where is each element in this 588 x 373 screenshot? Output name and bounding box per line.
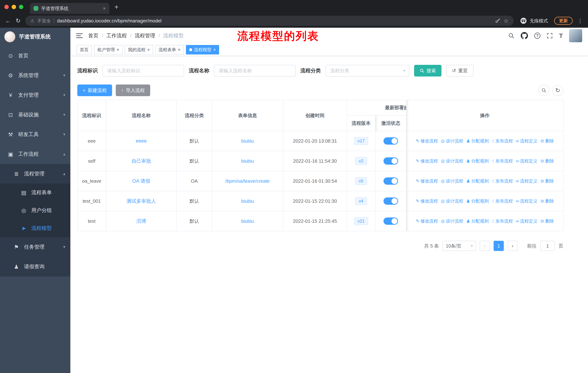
- activation-toggle[interactable]: [383, 157, 398, 165]
- publish-process-link[interactable]: ☝发布流程: [492, 198, 513, 204]
- modify-process-link[interactable]: ✎修改流程: [416, 218, 438, 224]
- breadcrumb-item[interactable]: 首页: [88, 32, 98, 39]
- help-icon[interactable]: ?: [534, 33, 540, 39]
- sidebar-item-process-management[interactable]: ≣ 流程管理 ▴: [0, 164, 70, 184]
- user-avatar[interactable]: [569, 29, 582, 42]
- design-process-link[interactable]: ◎设计流程: [441, 158, 463, 164]
- fullscreen-icon[interactable]: [547, 33, 553, 39]
- sidebar-item-task-management[interactable]: ⚑ 任务管理 ▾: [0, 237, 70, 257]
- sidebar-item-home[interactable]: ⊙ 首页: [0, 46, 70, 66]
- close-window-button[interactable]: [4, 5, 9, 9]
- modify-process-link[interactable]: ✎修改流程: [416, 178, 438, 184]
- browser-menu-icon[interactable]: ⋮: [578, 18, 583, 24]
- process-definition-link[interactable]: ∞流程定义: [516, 158, 537, 164]
- tag-close-icon[interactable]: ×: [178, 47, 180, 52]
- delete-process-link[interactable]: ⊘删除: [540, 178, 554, 184]
- activation-toggle[interactable]: [383, 137, 398, 145]
- process-name-link[interactable]: 测试多审批人: [126, 198, 156, 204]
- assign-rule-link[interactable]: ♟分配规则: [466, 178, 489, 184]
- zoom-window-button[interactable]: [19, 5, 23, 9]
- assign-rule-link[interactable]: ♟分配规则: [466, 138, 489, 144]
- tag-close-icon[interactable]: ×: [117, 47, 119, 52]
- sidebar-item-devtools[interactable]: ⚒ 研发工具 ▾: [0, 125, 70, 144]
- tag-home[interactable]: 首页: [77, 45, 92, 54]
- tag-process-form[interactable]: 流程表单 ×: [155, 45, 184, 54]
- delete-process-link[interactable]: ⊘删除: [540, 158, 554, 164]
- process-name-link[interactable]: OA 请假: [132, 178, 150, 184]
- import-process-button[interactable]: ↑ 导入流程: [116, 84, 150, 96]
- modify-process-link[interactable]: ✎修改流程: [416, 198, 438, 204]
- tag-my-process[interactable]: 我的流程 ×: [125, 45, 153, 54]
- delete-process-link[interactable]: ⊘删除: [540, 198, 554, 204]
- key-icon[interactable]: [495, 18, 501, 24]
- sidebar-item-infrastructure[interactable]: ⊡ 基础设施 ▾: [0, 105, 70, 125]
- sidebar-item-process-form[interactable]: ▤ 流程表单: [0, 184, 70, 202]
- sidebar-item-system[interactable]: ⚙ 系统管理 ▾: [0, 66, 70, 85]
- design-process-link[interactable]: ◎设计流程: [441, 138, 463, 144]
- delete-process-link[interactable]: ⊘删除: [540, 138, 554, 144]
- sidebar-item-payment[interactable]: ¥ 支付管理 ▾: [0, 85, 70, 105]
- page-number-button[interactable]: 1: [494, 241, 504, 251]
- form-info-link[interactable]: biubiu: [241, 218, 254, 224]
- goto-page-input[interactable]: [540, 241, 555, 251]
- modify-process-link[interactable]: ✎修改流程: [416, 158, 438, 164]
- show-search-button[interactable]: [538, 85, 549, 96]
- process-name-input[interactable]: [214, 65, 296, 77]
- refresh-table-button[interactable]: ↻: [552, 85, 563, 96]
- activation-toggle[interactable]: [383, 177, 398, 185]
- publish-process-link[interactable]: ☝发布流程: [492, 158, 513, 164]
- sidebar-item-user-group[interactable]: ◎ 用户分组: [0, 202, 70, 219]
- design-process-link[interactable]: ◎设计流程: [441, 178, 463, 184]
- activation-toggle[interactable]: [383, 197, 398, 205]
- process-id-input[interactable]: [102, 65, 184, 77]
- minimize-window-button[interactable]: [12, 5, 16, 9]
- tag-close-icon[interactable]: ×: [147, 47, 150, 52]
- design-process-link[interactable]: ◎设计流程: [441, 218, 463, 224]
- update-button[interactable]: 更新: [554, 17, 573, 25]
- process-definition-link[interactable]: ∞流程定义: [516, 138, 537, 144]
- process-definition-link[interactable]: ∞流程定义: [516, 198, 537, 204]
- tab-close-icon[interactable]: ×: [103, 6, 106, 11]
- modify-process-link[interactable]: ✎修改流程: [416, 138, 438, 144]
- new-tab-button[interactable]: +: [115, 3, 118, 11]
- sidebar-collapse-icon[interactable]: [76, 33, 83, 38]
- tag-close-icon[interactable]: ×: [213, 47, 216, 52]
- process-name-link[interactable]: 滔博: [136, 218, 146, 224]
- delete-process-link[interactable]: ⊘删除: [540, 218, 554, 224]
- reset-button[interactable]: ↺ 重置: [446, 65, 473, 77]
- process-name-link[interactable]: 自己审批: [131, 158, 151, 164]
- bookmark-star-icon[interactable]: ☆: [504, 18, 509, 24]
- sidebar-item-leave-query[interactable]: ♟ 请假查询: [0, 257, 70, 276]
- search-icon[interactable]: [508, 32, 514, 39]
- sidebar-item-process-model[interactable]: ➤ 流程模型: [0, 219, 70, 237]
- reload-icon[interactable]: ↻: [16, 17, 21, 24]
- assign-rule-link[interactable]: ♟分配规则: [466, 218, 489, 224]
- activation-toggle[interactable]: [383, 217, 398, 225]
- sidebar-item-workflow[interactable]: ▣ 工作流程 ▴: [0, 144, 70, 164]
- tag-process-model[interactable]: 流程模型 ×: [186, 45, 219, 54]
- breadcrumb-item[interactable]: 流程管理: [135, 32, 155, 39]
- category-select[interactable]: 流程分类 ▾: [326, 65, 409, 77]
- prev-page-button[interactable]: ‹: [480, 241, 490, 251]
- next-page-button[interactable]: ›: [507, 241, 518, 251]
- browser-tab[interactable]: 芋道管理系统 ×: [30, 3, 109, 14]
- tag-tenant-management[interactable]: 租户管理 ×: [94, 45, 123, 54]
- process-definition-link[interactable]: ∞流程定义: [516, 178, 537, 184]
- publish-process-link[interactable]: ☝发布流程: [492, 138, 513, 144]
- back-icon[interactable]: ←: [5, 18, 11, 24]
- process-definition-link[interactable]: ∞流程定义: [516, 218, 537, 224]
- form-info-link[interactable]: biubiu: [241, 138, 254, 144]
- assign-rule-link[interactable]: ♟分配规则: [466, 198, 489, 204]
- process-name-link[interactable]: eeee: [136, 138, 147, 144]
- publish-process-link[interactable]: ☝发布流程: [492, 178, 513, 184]
- design-process-link[interactable]: ◎设计流程: [441, 198, 463, 204]
- url-bar[interactable]: ⚠ 不安全 dashboard.yudao.iocoder.cn/bpm/man…: [25, 16, 514, 26]
- form-info-link[interactable]: biubiu: [241, 158, 254, 164]
- search-button[interactable]: 搜索: [414, 65, 441, 77]
- assign-rule-link[interactable]: ♟分配规则: [466, 158, 489, 164]
- font-size-icon[interactable]: T: [559, 32, 563, 39]
- breadcrumb-item[interactable]: 工作流程: [106, 32, 127, 39]
- form-info-link[interactable]: /bpm/oa/leave/create: [225, 178, 270, 184]
- publish-process-link[interactable]: ☝发布流程: [492, 218, 513, 224]
- create-process-button[interactable]: + 新建流程: [77, 84, 112, 96]
